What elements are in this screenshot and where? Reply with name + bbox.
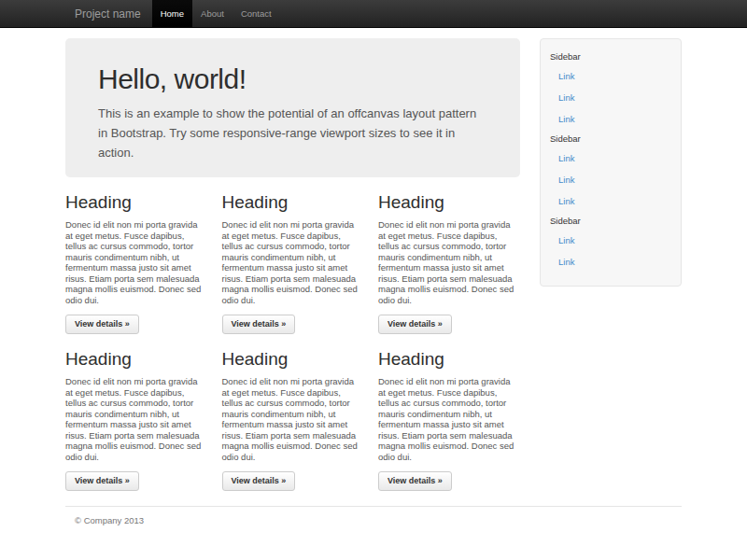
sidebar-link[interactable]: Link (558, 147, 671, 169)
card-heading: Heading (378, 192, 519, 213)
sidebar-column: Sidebar Link Link Link Sidebar Link Link… (540, 38, 682, 491)
card-body-text: Donec id elit non mi porta gravida at eg… (65, 219, 206, 305)
card: Heading Donec id elit non mi porta gravi… (222, 177, 363, 334)
sidebar-link[interactable]: Link (558, 108, 671, 130)
card-heading: Heading (222, 349, 363, 370)
navbar-menu: Home About Contact (152, 0, 280, 27)
cards-row-1: Heading Donec id elit non mi porta gravi… (65, 177, 520, 334)
card-heading: Heading (65, 349, 206, 370)
view-details-button[interactable]: View details » (65, 315, 139, 334)
sidebar-group-label: Sidebar (550, 51, 671, 62)
view-details-button[interactable]: View details » (222, 315, 296, 334)
sidebar-group-label: Sidebar (550, 216, 671, 226)
card: Heading Donec id elit non mi porta gravi… (65, 334, 206, 491)
sidebar-group-2: Sidebar Link Link Link (550, 133, 671, 212)
sidebar-link[interactable]: Link (558, 87, 671, 108)
nav-item-home[interactable]: Home (152, 0, 192, 27)
sidebar-group-1: Sidebar Link Link Link (550, 51, 671, 130)
card-body-text: Donec id elit non mi porta gravida at eg… (222, 219, 363, 305)
view-details-button[interactable]: View details » (378, 315, 452, 334)
nav-item-contact[interactable]: Contact (233, 0, 280, 27)
sidebar-group-3: Sidebar Link Link (550, 216, 671, 273)
sidebar: Sidebar Link Link Link Sidebar Link Link… (540, 38, 682, 287)
card-heading: Heading (65, 192, 206, 213)
sidebar-link[interactable]: Link (558, 251, 671, 273)
page-title: Hello, world! (98, 63, 487, 95)
top-navbar: Project name Home About Contact (0, 0, 747, 28)
card: Heading Donec id elit non mi porta gravi… (378, 177, 519, 334)
card-body-text: Donec id elit non mi porta gravida at eg… (222, 376, 363, 462)
content-row: Hello, world! This is an example to show… (65, 38, 682, 491)
card-heading: Heading (222, 192, 363, 213)
view-details-button[interactable]: View details » (222, 471, 296, 491)
main-column: Hello, world! This is an example to show… (65, 38, 520, 491)
nav-item-about[interactable]: About (192, 0, 233, 27)
page-container: Hello, world! This is an example to show… (65, 38, 682, 534)
card-body-text: Donec id elit non mi porta gravida at eg… (65, 376, 206, 462)
navbar-brand[interactable]: Project name (65, 0, 150, 27)
sidebar-link[interactable]: Link (558, 169, 671, 190)
card-heading: Heading (378, 349, 519, 370)
page-footer: © Company 2013 (65, 506, 682, 534)
copyright-text: © Company 2013 (75, 515, 672, 525)
sidebar-link[interactable]: Link (558, 190, 671, 212)
cards-row-2: Heading Donec id elit non mi porta gravi… (65, 334, 520, 491)
navbar-container: Project name Home About Contact (65, 0, 682, 27)
card: Heading Donec id elit non mi porta gravi… (65, 177, 206, 334)
view-details-button[interactable]: View details » (378, 471, 452, 491)
view-details-button[interactable]: View details » (65, 471, 139, 491)
jumbotron-description: This is an example to show the potential… (98, 104, 487, 162)
card-body-text: Donec id elit non mi porta gravida at eg… (378, 219, 519, 305)
sidebar-link[interactable]: Link (558, 230, 671, 251)
card: Heading Donec id elit non mi porta gravi… (378, 334, 519, 491)
card: Heading Donec id elit non mi porta gravi… (222, 334, 363, 491)
sidebar-link[interactable]: Link (558, 65, 671, 87)
card-body-text: Donec id elit non mi porta gravida at eg… (378, 376, 519, 462)
sidebar-group-label: Sidebar (550, 133, 671, 144)
jumbotron: Hello, world! This is an example to show… (65, 38, 520, 177)
